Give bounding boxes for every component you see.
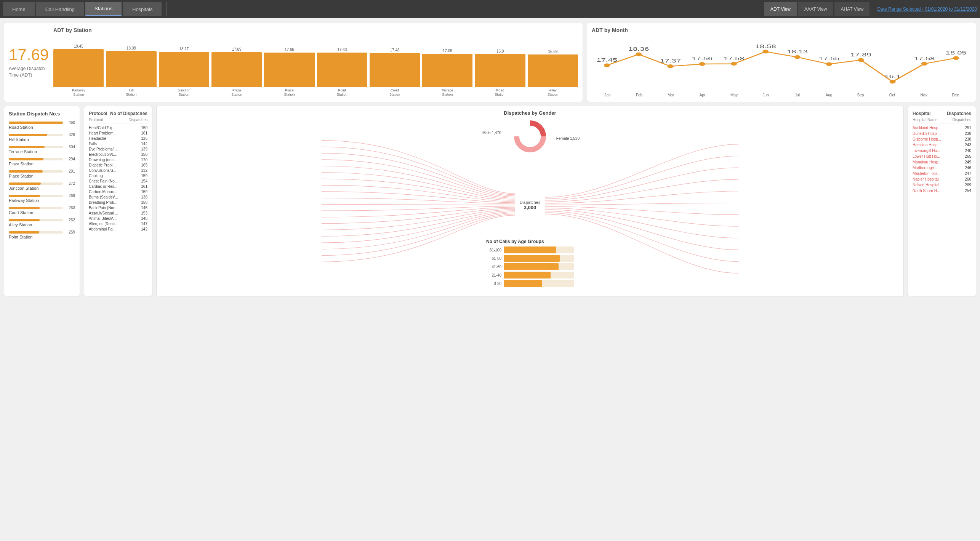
svg-text:17.56: 17.56 [692,56,713,61]
svg-text:17.58: 17.58 [914,56,935,61]
protocol-row: Back Pain (Non...145 [89,206,147,210]
nav-call-handling[interactable]: Call Handling [36,2,84,16]
svg-point-16 [858,58,864,62]
svg-text:18.05: 18.05 [946,50,967,56]
nav-right: ADT View AAAT View AHAT View Date Range … [764,2,977,16]
protocol-row: Abdominal Pai...142 [89,227,147,231]
svg-text:17.55: 17.55 [819,56,840,62]
nav-separator [166,2,167,16]
nav-stations[interactable]: Stations [85,2,122,16]
bar-item: 19.45 ParkwayStation [53,44,104,97]
dispatch-item: 291 Place Station [9,169,75,178]
svg-point-22 [953,56,959,60]
bar-value: 18.17 [179,47,189,51]
svg-text:17.45: 17.45 [596,57,617,63]
protocol-row: Falls144 [89,142,147,146]
adt-big-number: 17.69 [9,46,49,64]
hospital-row: Nelson Hospital269 [913,183,971,187]
month-label: Jul [781,93,813,97]
hospital-row: Auckland Hosp...251 [913,126,971,130]
bar-value: 17.63 [337,48,347,52]
aaat-view-btn[interactable]: AAAT View [798,2,833,16]
bar [317,53,367,87]
ahat-view-btn[interactable]: AHAT View [834,2,870,16]
station-dispatch-title: Station Dispatch No.s [9,111,75,117]
date-from: 01/01/2020 [925,6,948,12]
bar-value: 17.48 [390,48,400,52]
svg-text:18.36: 18.36 [628,46,649,52]
adt-month-line-chart: 17.4518.3617.3717.5617.5818.5818.1317.55… [592,36,971,97]
protocol-row: Convulsions/S...132 [89,168,147,173]
dispatch-item: 460 Road Station [9,120,75,130]
protocol-header-protocol: Protocol [89,111,109,116]
bar-label: AlleyStation [548,88,558,97]
bar-label: JunctionStation [178,88,191,97]
hospital-row: Marlborough ...246 [913,166,971,170]
protocol-row: Cardiac or Res...161 [89,184,147,189]
protocol-row: Drowning (nea...170 [89,158,147,162]
bar-value: 16.69 [548,50,557,54]
hospital-row: North Shore H...254 [913,189,971,193]
station-dispatch-card: Station Dispatch No.s 460 Road Station 3… [4,106,80,296]
bar-value: 17.89 [232,47,242,51]
svg-text:18.13: 18.13 [787,49,808,54]
bar [264,53,314,87]
protocol-row: Allergies (Reac...147 [89,222,147,226]
bar-item: 16.69 AlleyStation [528,50,578,97]
age-group-row: 21-40 [486,272,574,279]
dispatch-item: 304 Terrace Station [9,145,75,154]
protocol-row: Burns (Scalds)/...138 [89,195,147,199]
month-label: May [718,93,750,97]
flow-card: Dispatches by Gender Male 1,470 Female 1… [156,106,904,296]
male-label: Male 1,470 [482,131,501,135]
nav-home[interactable]: Home [3,2,35,16]
top-row: 17.69 Average DispatchTime (ADT) ADT by … [4,22,976,102]
bar [211,52,262,87]
bar-value: 18.39 [127,46,136,50]
svg-point-10 [762,50,769,54]
adt-view-btn[interactable]: ADT View [764,2,797,16]
bar-label: TerraceStation [442,88,453,97]
hospital-header: Hospital [913,111,930,116]
bar-label: CourtStation [389,88,400,97]
svg-text:17.89: 17.89 [850,52,871,58]
protocol-row: Headache125 [89,136,147,141]
month-label: Aug [813,93,845,97]
nav-hospitals[interactable]: Hospitals [123,2,162,16]
bar-value: 16.9 [496,49,504,53]
hospital-col-dispatches: Dispatches [953,118,971,122]
protocol-list: Heat/Cold Exp...150Heart Problem...161He… [89,126,147,231]
date-to: 31/12/2020 [954,6,977,12]
dispatch-item: 263 Court Station [9,206,75,215]
protocol-row: Eye Problems/I...139 [89,147,147,151]
adt-station-bar-chart: 19.45 ParkwayStation 18.39 HillStation 1… [53,36,578,97]
date-range: Date Range Selected - 01/01/2020 to 31/1… [877,6,977,12]
hospital-row: Manukau Hosp...249 [913,160,971,164]
bar-item: 18.17 JunctionStation [159,47,209,97]
dispatch-item: 326 Hill Station [9,133,75,142]
adt-month-title: ADT by Month [592,27,971,33]
bottom-row: Station Dispatch No.s 460 Road Station 3… [4,106,976,296]
hospital-col-name: Hospital Name [913,118,938,122]
protocol-row: Breathing Prob...158 [89,200,147,205]
bar-item: 17.09 TerraceStation [422,49,472,97]
bar [53,49,104,87]
dispatch-item: 262 Alley Station [9,218,75,227]
bar-item: 17.89 PlazaStation [211,47,262,97]
age-group-row: 81-100 [486,246,574,253]
svg-point-12 [794,55,801,59]
protocol-card: Protocol No of Dispatches Protocol Dispa… [84,106,152,296]
hospital-row: Dunedin Hospi...238 [913,131,971,136]
bar-label: PlaceStation [284,88,295,97]
dispatch-item: 259 Point Station [9,230,75,239]
svg-text:16.1: 16.1 [884,74,901,79]
bar-label: HillStation [126,88,137,97]
month-label: Nov [908,93,940,97]
hospital-card: Hospital Dispatches Hospital Name Dispat… [908,106,976,296]
protocol-row: Choking159 [89,174,147,178]
dispatch-item: 294 Plaza Station [9,157,75,166]
hospital-row: Masterton Hos...247 [913,171,971,176]
dispatch-item: 269 Parkway Station [9,194,75,203]
donut-chart: Male 1,470 Female 1,530 [511,117,549,157]
main-content: 17.69 Average DispatchTime (ADT) ADT by … [0,18,980,300]
